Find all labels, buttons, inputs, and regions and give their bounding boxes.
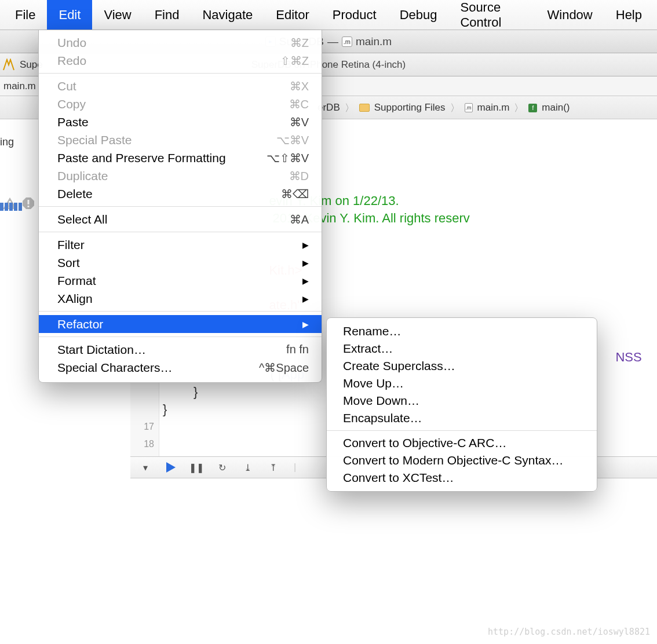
pause-icon[interactable]: ❚❚ (192, 463, 201, 472)
toggle-debug-icon[interactable]: ▾ (141, 463, 150, 472)
breadcrumb: erDB 〉 Supporting Files 〉 .m main.m 〉 f … (317, 96, 570, 119)
menu-product[interactable]: Product (321, 0, 388, 30)
menu-start-dictation[interactable]: Start Dictation…fn fn (39, 341, 322, 358)
svg-rect-4 (28, 206, 30, 207)
menu-filter[interactable]: Filter▶ (39, 236, 322, 254)
menubar: File Edit View Find Navigate Editor Prod… (0, 0, 657, 30)
separator (39, 232, 322, 232)
code-brace: } (194, 385, 198, 399)
watermark: http://blog.csdn.net/ioswyl8821 (488, 627, 650, 637)
menu-source-control[interactable]: Source Control (448, 0, 535, 30)
menu-format[interactable]: Format▶ (39, 272, 322, 290)
line-17: 17 (130, 418, 154, 436)
chevron-icon: 〉 (448, 101, 462, 115)
menu-duplicate[interactable]: Duplicate⌘D (39, 167, 322, 185)
menu-paste[interactable]: Paste⌘V (39, 113, 322, 131)
file-icon: .m (342, 36, 352, 47)
separator (39, 311, 322, 312)
refactor-rename[interactable]: Rename… (327, 323, 597, 340)
menu-find[interactable]: Find (143, 0, 191, 30)
menu-undo[interactable]: Undo⌘Z (39, 34, 322, 52)
folder-icon (359, 104, 370, 112)
step-into-icon[interactable]: ⤓ (243, 463, 252, 472)
separator (327, 430, 597, 431)
line-18: 18 (130, 436, 154, 453)
build-status-label: nning (0, 136, 14, 148)
crumb-file[interactable]: main.m (477, 102, 510, 114)
chevron-icon: 〉 (512, 101, 526, 115)
refactor-extract[interactable]: Extract… (327, 340, 597, 357)
xcode-icon (2, 58, 15, 71)
refactor-convert-modern[interactable]: Convert to Modern Objective-C Syntax… (327, 452, 597, 469)
refactor-move-up[interactable]: Move Up… (327, 375, 597, 392)
menu-window[interactable]: Window (536, 0, 604, 30)
menu-view[interactable]: View (92, 0, 143, 30)
menu-file[interactable]: File (3, 0, 47, 30)
tab-main-m[interactable]: main.m (3, 80, 36, 92)
window-title-sep: — (327, 35, 338, 48)
window-title-file: main.m (356, 35, 392, 48)
menu-help[interactable]: Help (604, 0, 654, 30)
menu-paste-preserve[interactable]: Paste and Preserve Formatting⌥⇧⌘V (39, 149, 322, 167)
refactor-convert-xctest[interactable]: Convert to XCTest… (327, 469, 597, 486)
progress-bars (0, 203, 25, 211)
crumb-folder[interactable]: Supporting Files (374, 102, 446, 114)
menu-navigate[interactable]: Navigate (191, 0, 264, 30)
menu-editor[interactable]: Editor (264, 0, 320, 30)
separator (39, 336, 322, 337)
menu-xalign[interactable]: XAlign▶ (39, 290, 322, 308)
code-brace: } (163, 402, 167, 416)
separator (39, 73, 322, 74)
function-icon: f (528, 104, 537, 112)
refactor-encapsulate[interactable]: Encapsulate… (327, 409, 597, 427)
menu-special-paste[interactable]: Special Paste⌥⌘V (39, 131, 322, 149)
menu-select-all[interactable]: Select All⌘A (39, 210, 322, 228)
step-over-icon[interactable]: ↻ (217, 463, 227, 472)
menu-copy[interactable]: Copy⌘C (39, 95, 322, 113)
refactor-create-superclass[interactable]: Create Superclass… (327, 357, 597, 375)
refactor-move-down[interactable]: Move Down… (327, 392, 597, 409)
menu-cut[interactable]: Cut⌘X (39, 77, 322, 95)
menu-delete[interactable]: Delete⌘⌫ (39, 185, 322, 203)
edit-dropdown: Undo⌘Z Redo⇧⌘Z Cut⌘X Copy⌘C Paste⌘V Spec… (38, 30, 322, 383)
crumb-func[interactable]: main() (542, 102, 570, 114)
svg-rect-3 (28, 200, 30, 204)
menu-debug[interactable]: Debug (388, 0, 449, 30)
separator (39, 206, 322, 207)
menu-redo[interactable]: Redo⇧⌘Z (39, 52, 322, 69)
menu-special-characters[interactable]: Special Characters…^⌘Space (39, 358, 322, 376)
step-out-icon[interactable]: ⤒ (268, 463, 278, 472)
menu-edit[interactable]: Edit (47, 0, 92, 30)
file-m-icon: .m (465, 103, 473, 112)
menu-refactor[interactable]: Refactor▶ (39, 315, 322, 333)
continue-icon[interactable] (166, 463, 176, 472)
code-type: NSS (615, 350, 641, 364)
refactor-submenu: Rename… Extract… Create Superclass… Move… (326, 317, 597, 492)
menu-sort[interactable]: Sort▶ (39, 254, 322, 272)
refactor-convert-arc[interactable]: Convert to Objective-C ARC… (327, 434, 597, 452)
chevron-icon: 〉 (342, 101, 357, 115)
